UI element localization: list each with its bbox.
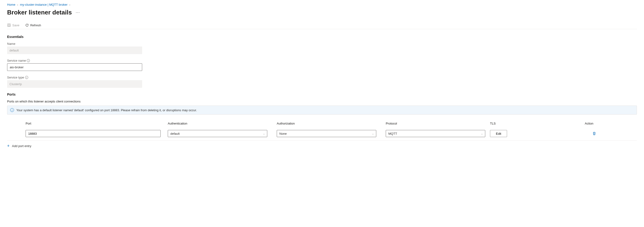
ports-description: Ports on which this listener accepts cli… [7, 100, 637, 103]
breadcrumb-home[interactable]: Home [7, 3, 16, 7]
refresh-button-label: Refresh [30, 24, 41, 27]
info-icon[interactable] [25, 76, 28, 79]
add-port-entry-label: Add port entry [12, 144, 32, 148]
name-field: default [7, 47, 142, 54]
info-banner: Your system has a default listener named… [7, 106, 637, 115]
breadcrumb-cluster[interactable]: my-cluster-instance | MQTT broker [20, 3, 67, 7]
info-icon [10, 108, 14, 112]
plus-icon: + [7, 143, 10, 148]
add-port-entry-button[interactable]: + Add port entry [7, 141, 637, 151]
service-type-label: Service type [7, 76, 637, 79]
toolbar: Save Refresh [7, 23, 637, 29]
trash-icon [592, 132, 596, 135]
save-button-label: Save [12, 24, 20, 27]
authentication-dropdown[interactable]: default ⌵ [168, 130, 267, 137]
ports-section: Ports Ports on which this listener accep… [7, 93, 637, 151]
essentials-section: Essentials Name default Service name Ser… [7, 35, 637, 88]
column-header-authorization: Authorization [277, 122, 386, 125]
column-header-port: Port [26, 122, 168, 125]
save-button: Save [7, 23, 20, 27]
service-name-label: Service name [7, 59, 637, 62]
column-header-protocol: Protocol [386, 122, 490, 125]
chevron-down-icon: ⌵ [481, 132, 483, 135]
page-title: Broker listener details [7, 9, 72, 16]
service-type-field: ClusterIp [7, 80, 142, 88]
authorization-dropdown[interactable]: None ⌵ [277, 130, 376, 137]
column-header-authentication: Authentication [168, 122, 277, 125]
delete-button[interactable] [585, 132, 604, 135]
refresh-icon [25, 23, 29, 27]
info-banner-text: Your system has a default listener named… [16, 108, 197, 112]
svg-rect-1 [8, 25, 10, 26]
breadcrumb: Home › my-cluster-instance | MQTT broker… [7, 3, 637, 7]
table-row: default ⌵ None ⌵ MQTT ⌵ Edit [7, 130, 637, 141]
protocol-dropdown[interactable]: MQTT ⌵ [386, 130, 485, 137]
info-icon[interactable] [27, 59, 30, 62]
column-header-tls: TLS [490, 122, 585, 125]
chevron-right-icon: › [17, 3, 18, 6]
chevron-down-icon: ⌵ [372, 132, 374, 135]
chevron-right-icon: › [70, 3, 70, 6]
service-name-field[interactable] [7, 63, 142, 71]
port-input[interactable] [26, 130, 161, 137]
column-header-action: Action [585, 122, 604, 125]
chevron-down-icon: ⌵ [263, 132, 265, 135]
refresh-button[interactable]: Refresh [25, 23, 41, 27]
more-options-icon[interactable]: ··· [76, 10, 80, 15]
ports-table: Port Authentication Authorization Protoc… [7, 122, 637, 141]
tls-edit-button[interactable]: Edit [490, 130, 507, 137]
essentials-title: Essentials [7, 35, 637, 39]
name-label: Name [7, 42, 637, 46]
ports-title: Ports [7, 93, 637, 96]
save-icon [7, 23, 11, 27]
